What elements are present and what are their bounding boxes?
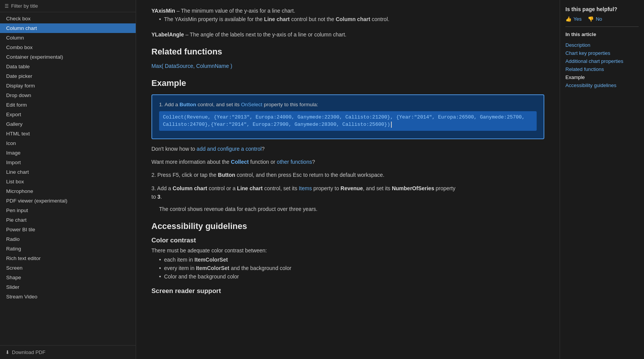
sidebar-item[interactable]: Pie chart [0, 215, 136, 225]
item-text-2: every item in ItemColorSet and the backg… [164, 265, 291, 271]
sidebar-item[interactable]: Column chart [0, 23, 136, 33]
accessibility-heading: Accessibility guidelines [151, 221, 544, 231]
helpful-actions: 👍 Yes 👎 No [565, 16, 639, 22]
sidebar-item[interactable]: Gallery [0, 119, 136, 129]
sidebar-item[interactable]: Combo box [0, 43, 136, 52]
toc-item[interactable]: Example [565, 73, 639, 81]
yaxis-min-paragraph: YAxisMin – The minimum value of the y-ax… [151, 8, 544, 14]
thumbs-down-icon: 👎 [588, 16, 594, 22]
ylabel-angle-section: YLabelAngle – The angle of the labels ne… [151, 31, 544, 38]
toc-item[interactable]: Additional chart properties [565, 57, 639, 65]
color-contrast-heading: Color contrast [151, 237, 544, 244]
ylabel-angle-paragraph: YLabelAngle – The angle of the labels ne… [151, 31, 544, 38]
in-this-article-title: In this article [565, 31, 639, 37]
toc-item[interactable]: Related functions [565, 65, 639, 73]
sidebar-item[interactable]: Date picker [0, 71, 136, 81]
sidebar-item[interactable]: Export [0, 110, 136, 119]
example-step-2: 2. Press F5, click or tap the Button con… [151, 171, 544, 179]
color-link[interactable]: Color [164, 273, 177, 280]
thumbs-up-icon: 👍 [565, 16, 572, 22]
toc-item[interactable]: Description [565, 41, 639, 49]
sidebar-item[interactable]: Import [0, 158, 136, 167]
sidebar-item[interactable]: Check box [0, 14, 136, 23]
sidebar-item[interactable]: List box [0, 177, 136, 186]
example-heading: Example [151, 78, 544, 88]
no-label: No [596, 16, 602, 22]
yaxis-min-term: YAxisMin [151, 8, 175, 14]
example-section: Example 1. Add a Button control, and set… [151, 78, 544, 212]
step-3-description: The control shows revenue data for each … [159, 206, 544, 212]
ylabel-angle-desc: – The angle of the labels next to the y-… [186, 31, 347, 38]
items-link[interactable]: Items [299, 185, 312, 191]
screen-reader-heading: Screen reader support [151, 287, 544, 295]
sidebar-item[interactable]: HTML text [0, 129, 136, 138]
color-contrast-item-2: every item in ItemColorSet and the backg… [159, 265, 544, 271]
sidebar-item[interactable]: Drop down [0, 91, 136, 100]
line-chart-label: Line chart [264, 16, 290, 22]
function-params: ( DataSource, ColumnName ) [161, 63, 232, 69]
yes-button[interactable]: 👍 Yes [565, 16, 582, 22]
right-sidebar: Is this page helpful? 👍 Yes 👎 No In this… [560, 0, 644, 359]
cursor [391, 122, 392, 128]
collect-link[interactable]: Collect [231, 159, 249, 165]
add-configure-link[interactable]: add and configure a control [197, 146, 262, 152]
toc-item[interactable]: Accessibility guidelines [565, 81, 639, 89]
sidebar-item[interactable]: Icon [0, 138, 136, 148]
example-want-more: Want more information about the Collect … [151, 158, 544, 166]
sidebar-item[interactable]: Container (experimental) [0, 52, 136, 62]
revenue-label: Revenue [340, 185, 363, 191]
sidebar-item[interactable]: Data table [0, 62, 136, 71]
no-button[interactable]: 👎 No [588, 16, 602, 22]
download-pdf-button[interactable]: ⬇ Download PDF [0, 345, 136, 359]
itemcolorset-2: ItemColorSet [196, 265, 229, 271]
sidebar-item[interactable]: Edit form [0, 100, 136, 110]
helpful-section: Is this page helpful? 👍 Yes 👎 No In this… [565, 6, 639, 89]
number-3: 3 [158, 194, 161, 200]
sidebar-item[interactable]: Display form [0, 81, 136, 91]
filter-icon: ☰ [5, 3, 9, 9]
example-dont-know: Don't know how to add and configure a co… [151, 145, 544, 153]
line-chart-step3: Line chart [237, 185, 263, 191]
sidebar-item[interactable]: Power BI tile [0, 225, 136, 234]
sidebar-item[interactable]: Pen input [0, 206, 136, 215]
sidebar-item[interactable]: Radio [0, 234, 136, 244]
sidebar-item[interactable]: Slider [0, 282, 136, 292]
sidebar-item[interactable]: Screen [0, 263, 136, 273]
sidebar-item[interactable]: PDF viewer (experimental) [0, 196, 136, 206]
color-contrast-desc: There must be adequate color contrast be… [151, 247, 544, 254]
column-chart-label: Column chart [336, 16, 370, 22]
sidebar-item[interactable]: Line chart [0, 167, 136, 177]
itemcolorset-1: ItemColorSet [194, 257, 228, 263]
download-pdf-label: Download PDF [12, 349, 45, 355]
related-function-text: Max( DataSource, ColumnName ) [151, 63, 544, 69]
toc-item[interactable]: Chart key properties [565, 49, 639, 57]
bullet-content: The YAxisMin property is available for t… [164, 16, 389, 22]
download-icon: ⬇ [5, 349, 10, 355]
left-sidebar: ☰ Filter by title Check boxColumn chartC… [0, 0, 136, 359]
button-label-2: Button [218, 172, 235, 178]
other-functions-link[interactable]: other functions [277, 159, 312, 165]
numberofseries-label: NumberOfSeries [392, 185, 434, 191]
sidebar-item[interactable]: Rich text editor [0, 254, 136, 263]
yaxis-min-link[interactable]: YAxisMin [175, 16, 197, 22]
filter-section: ☰ Filter by title [0, 0, 136, 12]
onselect-link[interactable]: OnSelect [241, 102, 263, 107]
sidebar-item[interactable]: Image [0, 148, 136, 158]
item-text-3: Color and the background color [164, 273, 239, 280]
accessibility-section: Accessibility guidelines Color contrast … [151, 221, 544, 295]
example-code: Collect(Revenue, {Year:"2013", Europa:24… [159, 111, 537, 131]
sidebar-nav-list: Check boxColumn chartColumnCombo boxCont… [0, 12, 136, 345]
example-step-3: 3. Add a Column chart control or a Line … [151, 184, 544, 201]
filter-label: Filter by title [11, 3, 38, 9]
main-content: YAxisMin – The minimum value of the y-ax… [136, 0, 560, 359]
max-function-link[interactable]: Max [151, 63, 161, 69]
yes-label: Yes [573, 16, 582, 22]
sidebar-item[interactable]: Stream Video [0, 292, 136, 301]
sidebar-item[interactable]: Microphone [0, 186, 136, 196]
sidebar-item[interactable]: Rating [0, 244, 136, 254]
sidebar-item[interactable]: Shape [0, 273, 136, 282]
button-label-1: Button [179, 102, 196, 107]
sidebar-item[interactable]: Column [0, 33, 136, 43]
divider [565, 26, 639, 27]
color-contrast-item-1: each item in ItemColorSet [159, 257, 544, 263]
